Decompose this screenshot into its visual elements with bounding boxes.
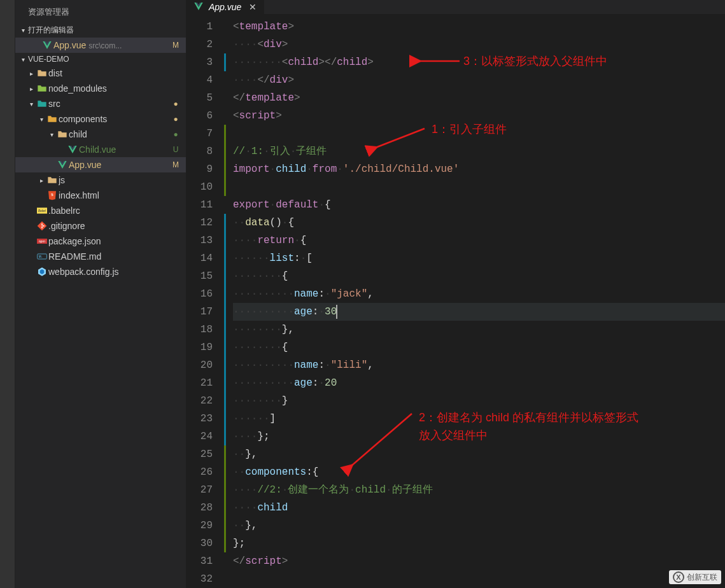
code-line-19[interactable]: ········{ (233, 339, 725, 356)
vue-icon (66, 144, 79, 155)
svg-text:M↓: M↓ (39, 255, 43, 258)
folder-js[interactable]: ▸js (15, 172, 186, 188)
folder-teal-icon (36, 99, 48, 109)
file-label: src (48, 99, 171, 109)
editor-area: App.vue ✕ 123456789101112131415161718192… (186, 0, 725, 588)
folder-yellow-icon (46, 175, 59, 185)
line-number-gutter: 1234567891011121314151617181920212223242… (186, 18, 224, 588)
chevron-icon: ▸ (27, 70, 36, 77)
vue-icon (194, 1, 204, 13)
code-line-3[interactable]: ········<child></child> (233, 53, 725, 71)
project-name: VUE-DEMO (28, 55, 69, 64)
code-line-14[interactable]: ······list:·[ (233, 249, 725, 267)
code-line-26[interactable]: ··components:{ (233, 463, 725, 481)
file-readme-md[interactable]: M↓README.md (15, 249, 186, 264)
tab-label: App.vue (209, 2, 241, 12)
git-status-badge: M (171, 41, 181, 50)
folder-node_modules[interactable]: ▸node_modules (15, 81, 186, 96)
open-editors-section[interactable]: ▾ 打开的编辑器 (15, 23, 186, 38)
git-status-badge: ● (171, 99, 181, 108)
code-line-11[interactable]: export·default·{ (233, 196, 725, 214)
code-line-4[interactable]: ····</div> (233, 71, 725, 89)
folder-components[interactable]: ▾components● (15, 111, 186, 127)
folder-green-icon (36, 83, 48, 94)
code-line-16[interactable]: ··········name:·"jack", (233, 285, 725, 303)
chevron-icon: ▸ (27, 85, 36, 92)
project-section[interactable]: ▾ VUE-DEMO (15, 53, 186, 66)
file-label: js (59, 175, 171, 185)
code-line-8[interactable]: //·1:·引入·子组件 (233, 143, 725, 160)
code-line-15[interactable]: ········{ (233, 267, 725, 285)
tab-app-vue[interactable]: App.vue ✕ (186, 0, 265, 14)
file-child-vue[interactable]: Child.vueU (15, 142, 186, 157)
file-label: webpack.config.js (48, 267, 171, 277)
file-label: child (69, 129, 171, 139)
open-editor-item[interactable]: App.vue src\com... M (15, 38, 186, 53)
code-line-13[interactable]: ····return·{ (233, 232, 725, 249)
watermark: X 创新互联 (669, 570, 721, 584)
folder-yellow-icon (36, 68, 48, 78)
code-line-21[interactable]: ··········age:·20 (233, 374, 725, 392)
code-line-18[interactable]: ········}, (233, 321, 725, 339)
file-app-vue[interactable]: App.vueM (15, 157, 186, 172)
code-line-30[interactable]: }; (233, 535, 725, 552)
open-editors-label: 打开的编辑器 (28, 25, 74, 36)
chevron-icon: ▸ (37, 177, 46, 184)
chevron-down-icon: ▾ (18, 27, 28, 34)
file-index-html[interactable]: 5index.html (15, 188, 186, 203)
webpack-icon (36, 267, 48, 277)
code-line-31[interactable]: </script> (233, 552, 725, 570)
file-label: .babelrc (48, 206, 171, 216)
chevron-icon: ▾ (27, 101, 36, 108)
svg-text:npm: npm (39, 239, 46, 243)
code-line-1[interactable]: <template> (233, 18, 725, 36)
file-label: node_modules (48, 83, 171, 94)
file-package-json[interactable]: npmpackage.json (15, 234, 186, 249)
code-line-9[interactable]: import·child·from·'./child/Child.vue' (233, 160, 725, 178)
git-status-badge: M (171, 160, 181, 169)
folder-dist[interactable]: ▸dist (15, 66, 186, 81)
git-status-badge: ● (171, 130, 181, 139)
code-content[interactable]: <template>····<div>········<child></chil… (227, 18, 725, 588)
file-label: components (59, 114, 171, 124)
code-line-29[interactable]: ··}, (233, 517, 725, 535)
code-line-20[interactable]: ··········name:·"lili", (233, 356, 725, 374)
code-line-12[interactable]: ··data()·{ (233, 214, 725, 232)
file-label: App.vue (69, 160, 171, 170)
code-line-22[interactable]: ········} (233, 392, 725, 410)
watermark-logo-icon: X (673, 571, 684, 583)
code-editor[interactable]: 1234567891011121314151617181920212223242… (186, 14, 725, 588)
code-line-23[interactable]: ······] (233, 410, 725, 428)
vue-icon (56, 160, 69, 170)
code-line-27[interactable]: ····//2:·创建一个名为·child·的子组件 (233, 481, 725, 499)
code-line-2[interactable]: ····<div> (233, 36, 725, 53)
code-line-32[interactable] (233, 570, 725, 588)
folder-yellow-icon (56, 129, 69, 139)
svg-text:Babel: Babel (38, 209, 46, 213)
file-label: .gitignore (48, 221, 171, 231)
code-line-10[interactable] (233, 178, 725, 196)
folder-child[interactable]: ▾child● (15, 127, 186, 142)
code-line-5[interactable]: </template> (233, 89, 725, 107)
folder-src[interactable]: ▾src● (15, 96, 186, 111)
explorer-title: 资源管理器 (15, 0, 186, 23)
file-label: package.json (48, 236, 171, 246)
activity-bar[interactable] (0, 0, 15, 588)
code-line-7[interactable] (233, 125, 725, 143)
close-icon[interactable]: ✕ (246, 2, 257, 12)
file-label: README.md (48, 251, 171, 262)
file--babelrc[interactable]: Babel.babelrc (15, 203, 186, 218)
npm-icon: npm (36, 236, 48, 246)
code-line-17[interactable]: ··········age:·30 (233, 303, 725, 321)
code-line-28[interactable]: ····child (233, 499, 725, 517)
code-line-24[interactable]: ····}; (233, 428, 725, 445)
code-line-6[interactable]: <script> (233, 107, 725, 125)
file-webpack-config-js[interactable]: webpack.config.js (15, 264, 186, 279)
file--gitignore[interactable]: .gitignore (15, 218, 186, 234)
open-editor-path: src\com... (88, 41, 122, 50)
vue-icon (41, 40, 53, 50)
babel-icon: Babel (36, 206, 48, 216)
folder-orange-icon (46, 114, 59, 124)
code-line-25[interactable]: ··}, (233, 445, 725, 463)
file-label: dist (48, 68, 171, 78)
